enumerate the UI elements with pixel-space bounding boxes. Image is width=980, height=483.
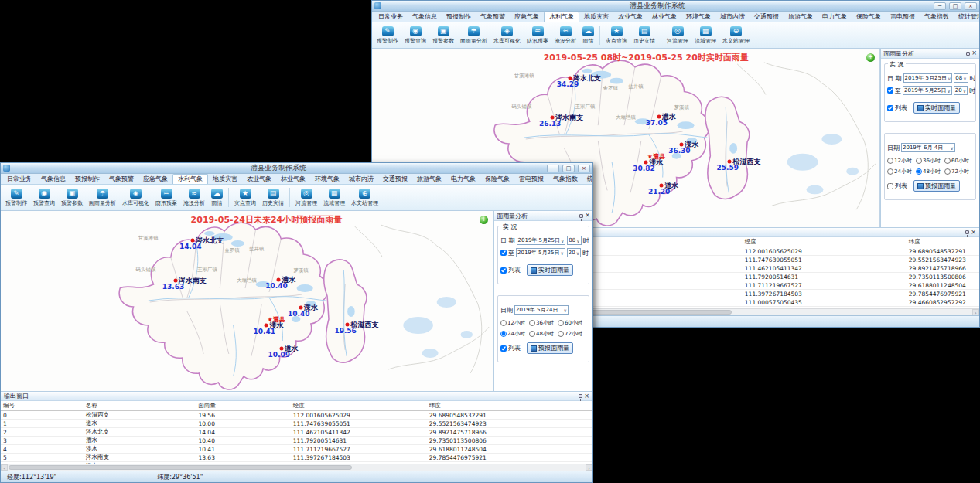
forecast-date-combo[interactable]: 2019年 6月 4日∨	[901, 143, 955, 152]
duration-option-48小时[interactable]: 48小时	[529, 330, 558, 338]
duration-radio[interactable]	[887, 168, 893, 175]
end-hour-combo[interactable]: 20∨	[954, 86, 968, 95]
tab-环境气象[interactable]: 环境气象	[681, 12, 715, 22]
titlebar[interactable]: 澧县业务制作系统 ─ □ ×	[372, 1, 979, 12]
duration-radio[interactable]	[916, 158, 922, 164]
panel-close-icon[interactable]: ×	[585, 213, 590, 219]
tab-雷电预报[interactable]: 雷电预报	[514, 175, 548, 184]
forecast-rainfall-button[interactable]: 预报面雨量	[913, 180, 960, 192]
toolbar-button-灾点查询[interactable]: ★灾点查询	[231, 185, 259, 209]
duration-radio[interactable]	[529, 331, 535, 337]
duration-option-60小时[interactable]: 60小时	[558, 319, 586, 327]
toolbar-button-河流管理[interactable]: ◎河流管理	[664, 23, 691, 47]
tab-保险气象[interactable]: 保险气象	[852, 12, 886, 22]
minimize-button[interactable]: ─	[547, 165, 559, 172]
duration-radio[interactable]	[529, 320, 535, 326]
tab-气象预警[interactable]: 气象预警	[476, 12, 510, 22]
horizontal-scrollbar[interactable]: ‹ ›	[1, 464, 592, 471]
tab-气象信息[interactable]: 气象信息	[408, 12, 442, 22]
column-header-编号[interactable]: 编号	[1, 401, 84, 411]
panel-close-icon[interactable]: ×	[971, 50, 977, 56]
forecast-date-combo[interactable]: 2019年 5月24日∨	[514, 305, 569, 315]
tab-水利气象[interactable]: 水利气象	[544, 12, 579, 22]
close-button[interactable]: ×	[578, 165, 590, 172]
dock-close-icon[interactable]: ×	[584, 393, 589, 400]
duration-option-72小时[interactable]: 72小时	[558, 330, 586, 338]
duration-radio[interactable]	[558, 331, 564, 337]
maximize-button[interactable]: □	[562, 165, 575, 172]
toolbar-button-淹没分析[interactable]: ≈淹没分析	[551, 23, 579, 47]
tab-地质灾害[interactable]: 地质灾害	[579, 12, 613, 22]
table-row[interactable]: 1道水10.00111.74763905505129.5521563474923	[1, 420, 592, 428]
duration-radio[interactable]	[500, 331, 507, 337]
tab-农业气象[interactable]: 农业气象	[242, 175, 276, 184]
minimize-button[interactable]: ─	[934, 2, 946, 10]
tab-气象指数[interactable]: 气象指数	[920, 12, 954, 22]
toolbar-button-面雨量分析[interactable]: ☂面雨量分析	[86, 185, 119, 209]
scrollbar-thumb[interactable]	[9, 465, 352, 470]
tab-日常业务[interactable]: 日常业务	[374, 12, 408, 22]
dock-close-icon[interactable]: ×	[971, 230, 976, 236]
toolbar-button-河流管理[interactable]: ◎河流管理	[292, 185, 320, 209]
toolbar-button-预警参数[interactable]: ▣预警参数	[58, 185, 86, 209]
duration-option-24小时[interactable]: 24小时	[887, 168, 916, 175]
toolbar-button-预警制作[interactable]: ✎预警制作	[2, 185, 30, 209]
column-header-经度[interactable]: 经度	[743, 237, 907, 247]
duration-option-36小时[interactable]: 36小时	[529, 319, 558, 327]
list-checkbox[interactable]	[500, 345, 507, 352]
toolbar-button-流域管理[interactable]: ▦流域管理	[320, 185, 348, 209]
duration-option-12小时[interactable]: 12小时	[887, 157, 916, 165]
duration-radio[interactable]	[500, 320, 507, 326]
table-row[interactable]: 5涔水南支13.63111.39726718450329.78544769759…	[1, 454, 592, 462]
column-header-纬度[interactable]: 纬度	[427, 401, 592, 411]
duration-option-72小时[interactable]: 72小时	[944, 168, 973, 175]
toolbar-button-历史灾情[interactable]: ▤历史灾情	[630, 23, 658, 47]
toolbar-button-面雨量分析[interactable]: ☂面雨量分析	[457, 23, 490, 47]
scroll-right-arrow[interactable]: ›	[972, 309, 979, 315]
tab-旅游气象[interactable]: 旅游气象	[412, 175, 446, 184]
toolbar-button-水文站管理[interactable]: ⊕水文站管理	[348, 185, 381, 209]
pin-icon[interactable]	[966, 52, 970, 56]
pin-icon[interactable]	[965, 230, 969, 234]
toolbar-button-淹没分析[interactable]: ≈淹没分析	[180, 185, 208, 209]
toolbar-button-预警参数[interactable]: ▣预警参数	[429, 23, 457, 47]
tab-气象指数[interactable]: 气象指数	[548, 175, 582, 184]
tab-农业气象[interactable]: 农业气象	[613, 12, 647, 22]
scroll-left-arrow[interactable]: ‹	[1, 464, 8, 471]
forecast-rainfall-button[interactable]: 预报面雨量	[527, 342, 573, 354]
duration-option-36小时[interactable]: 36小时	[916, 157, 944, 165]
toolbar-button-水文站管理[interactable]: ⊕水文站管理	[719, 23, 753, 47]
table-row[interactable]: 3澧水10.40111.7920051463129.7350113500806	[1, 437, 592, 445]
toolbar-button-水库可视化[interactable]: ◈水库可视化	[119, 185, 152, 209]
list-checkbox[interactable]	[887, 183, 893, 189]
duration-option-24小时[interactable]: 24小时	[500, 330, 529, 338]
start-hour-combo[interactable]: 08∨	[954, 73, 968, 83]
to-checkbox[interactable]	[887, 87, 893, 94]
duration-radio[interactable]	[944, 158, 951, 164]
end-date-combo[interactable]: 2019年 5月25日∨	[516, 248, 565, 257]
toolbar-button-预警查询[interactable]: ◉预警查询	[401, 23, 429, 47]
list-checkbox[interactable]	[887, 105, 893, 111]
toolbar-button-水库可视化[interactable]: ◈水库可视化	[490, 23, 524, 47]
tab-日常业务[interactable]: 日常业务	[2, 175, 36, 184]
end-date-combo[interactable]: 2019年 5月25日∨	[903, 86, 952, 95]
toolbar-button-预警查询[interactable]: ◉预警查询	[30, 185, 58, 209]
list-checkbox[interactable]	[500, 267, 507, 274]
duration-option-60小时[interactable]: 60小时	[944, 157, 973, 165]
duration-option-48小时[interactable]: 48小时	[916, 168, 944, 175]
table-row[interactable]: 4溇水10.41111.71121966752729.6188011248504	[1, 445, 592, 454]
tab-气象信息[interactable]: 气象信息	[36, 175, 70, 184]
close-button[interactable]: ×	[965, 2, 977, 10]
start-hour-combo[interactable]: 08∨	[567, 236, 581, 245]
to-checkbox[interactable]	[500, 250, 507, 256]
toolbar-button-防汛预案[interactable]: ♒防汛预案	[152, 185, 180, 209]
tab-统计管理[interactable]: 统计管理	[582, 175, 592, 184]
toolbar-button-雨情[interactable]: ☁雨情	[579, 23, 597, 47]
tab-气象预警[interactable]: 气象预警	[104, 175, 138, 184]
duration-radio[interactable]	[916, 168, 922, 175]
tab-旅游气象[interactable]: 旅游气象	[784, 12, 818, 22]
tab-应急气象[interactable]: 应急气象	[138, 175, 172, 184]
tab-交通预报[interactable]: 交通预报	[378, 175, 412, 184]
maximize-button[interactable]: □	[949, 2, 961, 10]
duration-option-12小时[interactable]: 12小时	[500, 319, 529, 327]
